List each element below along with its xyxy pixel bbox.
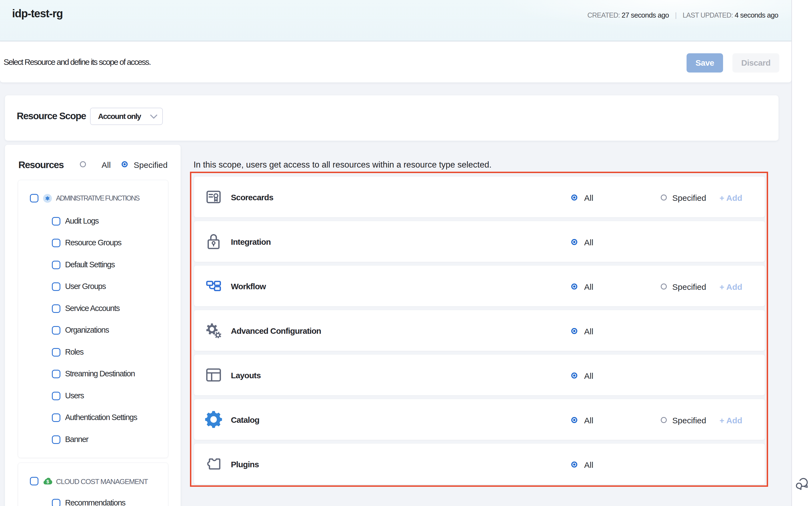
svg-text:$: $ (46, 479, 49, 484)
